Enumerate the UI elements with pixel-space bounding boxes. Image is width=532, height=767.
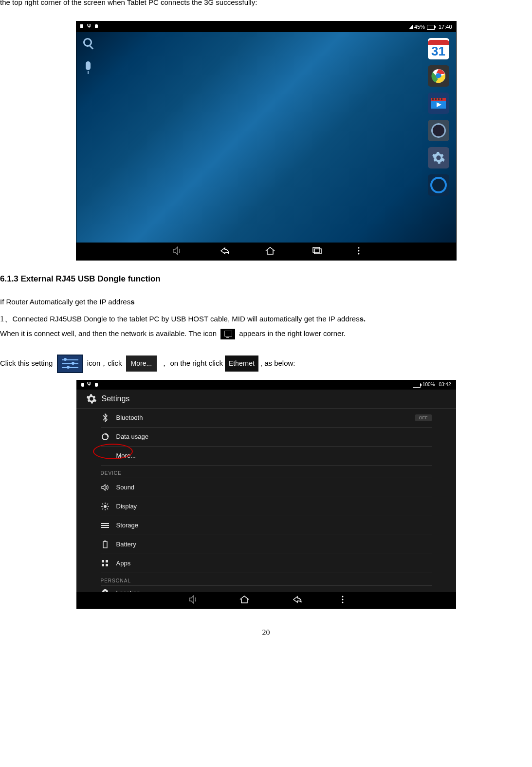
recent-icon[interactable] [311, 246, 323, 257]
more-button-inline: More... [126, 355, 157, 372]
svg-rect-29 [106, 560, 108, 562]
home-icon[interactable] [264, 246, 276, 257]
audio-app-icon[interactable] [428, 174, 449, 196]
settings-title: Settings [102, 394, 130, 403]
search-icon[interactable] [83, 38, 98, 53]
display-row[interactable]: Display [101, 497, 432, 516]
tablet-home-screenshot: 45% 17:40 31 [76, 21, 457, 261]
svg-rect-28 [102, 560, 104, 562]
menu-icon[interactable] [341, 595, 344, 605]
clock: 17:40 [439, 24, 452, 30]
svg-rect-6 [441, 98, 442, 100]
ethernet-status-icon [220, 329, 235, 339]
menu-icon[interactable] [357, 246, 360, 257]
bluetooth-icon [101, 413, 110, 422]
svg-point-34 [342, 602, 343, 603]
battery-percent: 100% [422, 382, 435, 387]
section-heading: 6.1.3 External RJ45 USB Dongle function [0, 274, 532, 284]
more-row[interactable]: More... [101, 447, 432, 466]
storage-icon [101, 521, 110, 530]
battery-row[interactable]: Battery [101, 535, 432, 554]
svg-rect-30 [102, 564, 104, 566]
usb-icon [87, 382, 92, 387]
battery-icon [413, 383, 421, 388]
sound-row[interactable]: Sound [101, 478, 432, 497]
status-bar: 100% 03:42 [76, 380, 456, 390]
battery-icon [427, 25, 435, 30]
svg-rect-31 [106, 564, 108, 566]
clock: 03:42 [439, 382, 451, 387]
apps-icon [101, 559, 110, 568]
nav-bar [76, 243, 456, 260]
settings-header: Settings [76, 390, 456, 409]
display-icon [101, 502, 110, 511]
status-icon [95, 383, 98, 387]
status-icon [81, 383, 84, 387]
svg-rect-9 [314, 249, 321, 254]
step-1: 1、Connected RJ45USB Dongle to the tablet… [0, 312, 532, 340]
svg-line-21 [107, 504, 108, 505]
signal-icon [409, 25, 413, 29]
status-bar: 45% 17:40 [76, 21, 456, 32]
bluetooth-toggle[interactable]: OFF [415, 414, 432, 421]
video-app-icon[interactable] [428, 93, 449, 114]
svg-rect-3 [432, 98, 434, 100]
svg-point-10 [358, 247, 359, 248]
chrome-app-icon[interactable] [428, 65, 449, 87]
back-icon[interactable] [290, 595, 302, 606]
status-icon [95, 24, 98, 28]
svg-point-32 [342, 596, 343, 598]
apps-row[interactable]: Apps [101, 554, 432, 573]
battery-percent: 45% [414, 24, 425, 30]
settings-app-icon[interactable] [428, 147, 449, 168]
mic-icon[interactable] [83, 61, 93, 75]
camera-app-icon[interactable] [428, 120, 449, 141]
settings-screenshot: 100% 03:42 Settings Bluetooth OFF Data u… [76, 380, 456, 609]
svg-rect-26 [103, 542, 107, 548]
svg-line-19 [102, 504, 103, 505]
storage-row[interactable]: Storage [101, 516, 432, 535]
volume-icon[interactable] [188, 595, 199, 605]
svg-rect-4 [435, 98, 437, 100]
home-icon[interactable] [238, 595, 251, 606]
data-usage-icon [101, 432, 110, 441]
svg-point-14 [104, 505, 107, 508]
svg-point-11 [358, 250, 359, 251]
svg-rect-5 [438, 98, 440, 100]
personal-category: PERSONAL [101, 573, 432, 586]
svg-rect-8 [313, 247, 320, 252]
sound-icon [101, 483, 110, 492]
svg-line-22 [102, 508, 103, 509]
intro-line: the top right corner of the screen when … [0, 0, 532, 6]
ethernet-button-inline: Ethernet [225, 355, 258, 372]
svg-point-12 [358, 253, 359, 254]
calendar-app-icon[interactable]: 31 [428, 38, 449, 59]
device-category: DEVICE [101, 466, 432, 478]
svg-line-20 [107, 508, 108, 509]
page-number: 20 [0, 628, 532, 637]
battery-icon [101, 540, 110, 549]
step-2: Click this setting icon，click More... ， … [0, 355, 532, 373]
usb-icon [87, 24, 92, 29]
bluetooth-row[interactable]: Bluetooth OFF [101, 409, 432, 428]
svg-point-33 [342, 599, 343, 600]
svg-rect-27 [104, 541, 106, 542]
sub-heading: If Router Automatically get the IP addre… [0, 298, 532, 306]
settings-icon [57, 355, 83, 373]
nav-bar [76, 592, 456, 609]
gear-icon [86, 393, 97, 404]
status-icon [80, 24, 83, 28]
back-icon[interactable] [217, 246, 230, 257]
volume-icon[interactable] [172, 246, 183, 257]
data-usage-row[interactable]: Data usage [101, 428, 432, 447]
